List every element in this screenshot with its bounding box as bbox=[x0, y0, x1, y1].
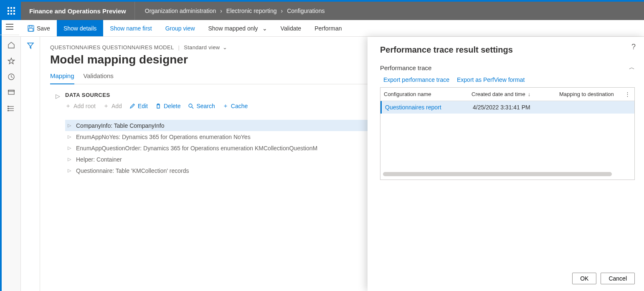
column-config-name[interactable]: Configuration name bbox=[380, 88, 468, 101]
svg-rect-8 bbox=[13, 13, 15, 15]
svg-point-23 bbox=[8, 110, 8, 111]
validate-button[interactable]: Validate bbox=[274, 20, 308, 36]
chevron-down-icon: ⌄ bbox=[223, 44, 227, 51]
command-bar: Save Show details Show name first Group … bbox=[2, 20, 644, 37]
svg-rect-17 bbox=[8, 90, 14, 91]
panel-footer: OK Cancel bbox=[380, 267, 635, 284]
caret-right-icon: ▷ bbox=[68, 134, 72, 139]
show-details-button[interactable]: Show details bbox=[57, 20, 103, 36]
chevron-up-icon: ︿ bbox=[629, 64, 635, 71]
home-icon[interactable] bbox=[7, 41, 15, 49]
svg-rect-1 bbox=[10, 7, 12, 9]
svg-rect-3 bbox=[8, 10, 9, 12]
cell-config-name: Questionnaires report bbox=[382, 104, 469, 111]
column-created-date[interactable]: Created date and time↓ bbox=[468, 88, 556, 101]
export-trace-link[interactable]: Export performance trace bbox=[383, 76, 449, 83]
app-title: Finance and Operations Preview bbox=[21, 2, 135, 20]
svg-point-22 bbox=[8, 108, 8, 109]
navigation-rail bbox=[2, 37, 21, 291]
grid-more-icon[interactable]: ⋮ bbox=[621, 91, 634, 97]
show-mapped-only-dropdown[interactable]: Show mapped only ⌄ bbox=[202, 20, 274, 36]
help-icon[interactable]: ? bbox=[631, 43, 636, 51]
nav-hamburger-button[interactable] bbox=[1, 18, 19, 35]
chevron-right-icon: › bbox=[220, 8, 222, 14]
section-toggle[interactable]: Performance trace ︿ bbox=[380, 64, 635, 71]
sort-down-icon: ↓ bbox=[528, 91, 531, 97]
svg-point-24 bbox=[189, 104, 192, 107]
favorite-icon[interactable] bbox=[7, 57, 15, 65]
performance-button[interactable]: Performan bbox=[308, 20, 348, 36]
hamburger-icon bbox=[6, 24, 13, 30]
svg-rect-13 bbox=[29, 25, 32, 27]
filter-icon[interactable] bbox=[27, 42, 34, 291]
add-button: ＋Add bbox=[103, 102, 122, 110]
waffle-icon bbox=[8, 7, 15, 15]
scrollbar-thumb[interactable] bbox=[383, 172, 612, 176]
panel-links: Export performance trace Export as PerfV… bbox=[383, 76, 635, 83]
ok-button[interactable]: OK bbox=[572, 273, 596, 284]
svg-rect-4 bbox=[10, 10, 12, 12]
svg-rect-6 bbox=[8, 13, 9, 15]
svg-rect-2 bbox=[13, 7, 15, 9]
view-selector[interactable]: Standard view ⌄ bbox=[184, 44, 227, 51]
collapse-caret[interactable]: ▷ bbox=[50, 92, 65, 176]
modules-icon[interactable] bbox=[7, 104, 15, 113]
save-label: Save bbox=[37, 25, 50, 32]
svg-line-25 bbox=[192, 107, 193, 109]
grid-header: Configuration name Created date and time… bbox=[380, 88, 634, 101]
performance-trace-panel: ? Performance trace result settings Perf… bbox=[368, 37, 644, 291]
plus-icon: ＋ bbox=[65, 102, 71, 110]
plus-icon: ＋ bbox=[223, 102, 228, 110]
breadcrumb-item[interactable]: Organization administration bbox=[145, 8, 216, 14]
search-button[interactable]: Search bbox=[188, 102, 215, 110]
svg-rect-16 bbox=[8, 90, 14, 94]
workspace-icon[interactable] bbox=[7, 89, 15, 97]
svg-point-21 bbox=[8, 106, 8, 107]
caret-right-icon: ▷ bbox=[68, 168, 72, 173]
add-root-button: ＋Add root bbox=[65, 102, 96, 110]
pencil-icon bbox=[129, 103, 135, 109]
save-icon bbox=[28, 25, 34, 32]
tab-validations[interactable]: Validations bbox=[84, 72, 114, 84]
cache-button[interactable]: ＋Cache bbox=[223, 102, 248, 110]
app-launcher-button[interactable] bbox=[2, 2, 21, 20]
caret-right-icon: ▷ bbox=[68, 145, 72, 151]
group-view-button[interactable]: Group view bbox=[159, 20, 202, 36]
caret-right-icon: ▷ bbox=[68, 157, 72, 162]
show-details-label: Show details bbox=[63, 25, 96, 32]
cancel-button[interactable]: Cancel bbox=[601, 273, 635, 284]
column-mapping-destination[interactable]: Mapping to destination bbox=[556, 88, 621, 101]
breadcrumb-item[interactable]: Electronic reporting bbox=[226, 8, 277, 14]
model-path: QUESTIONNAIRES QUESTIONNAIRES MODEL bbox=[50, 44, 174, 51]
recent-icon[interactable] bbox=[7, 73, 15, 81]
delete-button[interactable]: Delete bbox=[155, 102, 180, 110]
tab-mapping[interactable]: Mapping bbox=[50, 72, 74, 84]
chevron-right-icon: › bbox=[281, 8, 283, 14]
show-name-first-button[interactable]: Show name first bbox=[103, 20, 158, 36]
svg-rect-7 bbox=[10, 13, 12, 15]
svg-rect-5 bbox=[13, 10, 15, 12]
search-icon bbox=[188, 103, 194, 109]
breadcrumb: Organization administration › Electronic… bbox=[135, 8, 327, 14]
edit-button[interactable]: Edit bbox=[129, 102, 148, 110]
save-button[interactable]: Save bbox=[21, 20, 57, 36]
plus-icon: ＋ bbox=[103, 102, 109, 110]
chevron-down-icon: ⌄ bbox=[262, 25, 267, 32]
grid-scrollbar[interactable] bbox=[383, 172, 632, 177]
export-perfview-link[interactable]: Export as PerfView format bbox=[457, 76, 525, 83]
trace-grid: Configuration name Created date and time… bbox=[380, 87, 635, 180]
svg-rect-0 bbox=[8, 7, 9, 9]
trash-icon bbox=[155, 103, 161, 109]
breadcrumb-item[interactable]: Configurations bbox=[287, 8, 325, 14]
cell-created-date: 4/25/2022 3:31:41 PM bbox=[469, 104, 557, 111]
panel-title: Performance trace result settings bbox=[380, 45, 635, 55]
grid-row[interactable]: Questionnaires report 4/25/2022 3:31:41 … bbox=[380, 101, 634, 114]
svg-rect-14 bbox=[29, 28, 33, 31]
filter-pane bbox=[21, 37, 40, 291]
caret-right-icon: ▷ bbox=[68, 123, 72, 128]
app-header: Finance and Operations Preview Organizat… bbox=[2, 2, 644, 20]
